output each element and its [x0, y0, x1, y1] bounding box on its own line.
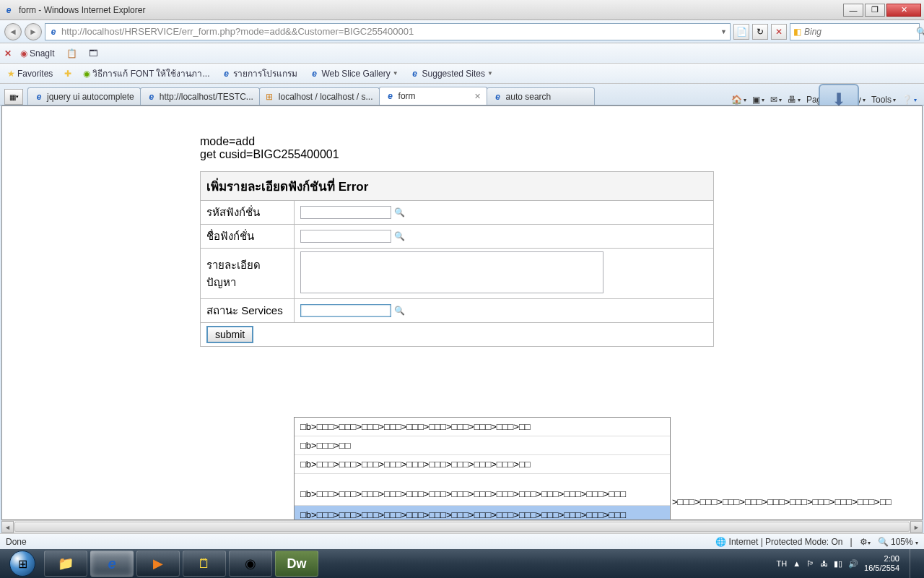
url-box[interactable]: e ▼ — [45, 23, 731, 40]
close-button[interactable]: ✕ — [886, 4, 921, 17]
search-icon[interactable]: 🔍 — [394, 306, 405, 316]
autocomplete-item[interactable]: □b>□□□>□□□>□□□>□□□>□□□>□□□>□□□>□□□>□□□>□… — [295, 418, 670, 436]
tools-menu[interactable]: Tools▾ — [871, 95, 896, 105]
favorites-bar: ★ Favorites ✚ ◉ วิธีการแก้ FONT ให้ใช้งา… — [0, 64, 924, 84]
add-fav-button[interactable]: ✚ — [61, 67, 74, 80]
row-func-code-label: รหัสฟังก์ชั่น — [201, 201, 295, 225]
task-dreamweaver[interactable]: Dw — [275, 551, 318, 577]
help-button[interactable]: ❔▾ — [902, 95, 917, 105]
task-wmp[interactable]: ▶ — [136, 551, 180, 577]
tray-wifi-icon[interactable]: ▮▯ — [834, 559, 842, 569]
url-input[interactable] — [61, 26, 718, 37]
autocomplete-item[interactable]: □b>□□□>□□□>□□□>□□□>□□□>□□□>□□□>□□□>□□□>□… — [295, 506, 670, 520]
refresh-button[interactable]: ↻ — [752, 24, 768, 40]
tab-1[interactable]: ehttp://localhost/TESTC... — [140, 87, 260, 105]
autocomplete-item[interactable]: □b>□□□>□□ — [295, 436, 670, 455]
autocomplete-overflow-text: >□□□>□□□>□□□>□□□>□□□>□□□>□□□>□□□>□□□>□□ — [672, 496, 892, 507]
quick-tabs-button[interactable]: ▦▾ — [4, 89, 23, 105]
zoom-control[interactable]: 🔍 105% ▾ — [878, 537, 918, 547]
bing-icon: ◧ — [793, 27, 801, 37]
task-chrome[interactable]: ◉ — [229, 551, 272, 577]
func-code-input[interactable] — [300, 206, 391, 219]
tab-0[interactable]: ejquery ui autocomplete — [27, 87, 141, 105]
show-desktop-button[interactable] — [910, 549, 920, 578]
lang-indicator[interactable]: TH — [777, 559, 788, 568]
back-button[interactable]: ◄ — [4, 23, 22, 40]
snagit-button[interactable]: ◉ SnagIt — [17, 47, 58, 60]
autocomplete-item[interactable]: □b>□□□>□□□>□□□>□□□>□□□>□□□>□□□>□□□>□□□>□… — [295, 474, 670, 506]
status-text: Done — [6, 537, 27, 547]
submit-button[interactable]: submit — [206, 326, 253, 343]
print-button[interactable]: 🖶▾ — [788, 95, 801, 105]
task-ie[interactable]: e — [90, 551, 134, 577]
favorites-button[interactable]: ★ Favorites — [4, 67, 56, 80]
task-sticky[interactable]: 🗒 — [183, 551, 226, 577]
tab-3[interactable]: eform✕ — [379, 87, 487, 105]
page-icon: e — [48, 27, 58, 37]
debug-line-2: get cusid=BIGC255400001 — [200, 148, 922, 161]
scroll-left-button[interactable]: ◄ — [1, 521, 14, 533]
scroll-right-button[interactable]: ► — [910, 521, 923, 533]
search-icon[interactable]: 🔍 — [916, 27, 924, 37]
error-form-table: เพิ่มรายละเอียดฟังก์ชันที่ Error รหัสฟัง… — [200, 171, 714, 347]
fav-link-3[interactable]: e Suggested Sites ▼ — [407, 67, 496, 80]
maximize-button[interactable]: ❐ — [865, 4, 885, 17]
zone-info: 🌐 Internet | Protected Mode: On — [715, 537, 842, 547]
system-tray: TH ▲ 🏳 🖧 ▮▯ 🔊 2:00 16/5/2554 — [777, 549, 922, 578]
tray-chevron-icon[interactable]: ▲ — [793, 559, 801, 568]
search-input[interactable] — [804, 27, 913, 37]
tab-4[interactable]: eauto search — [487, 87, 595, 105]
status-bar: Done 🌐 Internet | Protected Mode: On | ⚙… — [0, 533, 924, 549]
detail-textarea[interactable] — [300, 251, 603, 293]
horizontal-scrollbar[interactable]: ◄ ► — [1, 520, 923, 533]
autocomplete-dropdown: □b>□□□>□□□>□□□>□□□>□□□>□□□>□□□>□□□>□□□>□… — [294, 417, 671, 520]
row-detail-label: รายละเอียดปัญหา — [201, 249, 295, 299]
close-tab-icon[interactable]: ✕ — [474, 92, 481, 101]
mail-button[interactable]: ✉▾ — [770, 95, 782, 105]
stop-button[interactable]: ✕ — [771, 24, 787, 40]
snagit-toolbar: ✕ ◉ SnagIt 📋 🗔 ⬇ — [0, 43, 924, 64]
tab-2[interactable]: ⊞localhost / localhost / s... — [259, 87, 380, 105]
compat-view-button[interactable]: 📄 — [733, 24, 749, 40]
fav-link-0[interactable]: ◉ วิธีการแก้ FONT ให้ใช้งานภา... — [80, 65, 212, 82]
address-bar-row: ◄ ► e ▼ 📄 ↻ ✕ ◧ 🔍 — [0, 20, 924, 43]
privacy-icon[interactable]: ⚙▾ — [860, 537, 871, 547]
tab-row: ▦▾ ejquery ui autocomplete ehttp://local… — [0, 84, 924, 105]
feeds-button[interactable]: ▣▾ — [752, 95, 764, 105]
search-box[interactable]: ◧ 🔍 — [790, 23, 920, 40]
tray-network-icon[interactable]: 🖧 — [820, 559, 828, 568]
search-icon[interactable]: 🔍 — [394, 207, 405, 217]
url-dropdown-icon[interactable]: ▼ — [720, 28, 727, 35]
window-title: form - Windows Internet Explorer — [19, 5, 843, 15]
status-sep: | — [850, 537, 852, 547]
close-toolbar-button[interactable]: ✕ — [4, 48, 12, 59]
tray-volume-icon[interactable]: 🔊 — [848, 559, 858, 569]
func-name-input[interactable] — [300, 230, 391, 243]
home-button[interactable]: 🏠▾ — [731, 95, 746, 105]
start-button[interactable]: ⊞ — [3, 549, 42, 578]
task-explorer[interactable]: 📁 — [44, 551, 87, 577]
snagit-tool-1[interactable]: 📋 — [64, 47, 80, 60]
row-func-name-label: ชื่อฟังก์ชั่น — [201, 225, 295, 249]
taskbar: ⊞ 📁 e ▶ 🗒 ◉ Dw TH ▲ 🏳 🖧 ▮▯ 🔊 2:00 16/5/2… — [0, 549, 924, 578]
ie-icon: e — [3, 4, 14, 16]
scroll-thumb[interactable] — [14, 522, 910, 532]
row-status-label: สถานะ Services — [201, 299, 295, 323]
fav-link-2[interactable]: e Web Slice Gallery ▼ — [306, 67, 401, 80]
forward-button[interactable]: ► — [25, 23, 42, 40]
fav-link-1[interactable]: e รายการโปรแกรม — [218, 65, 300, 82]
clock[interactable]: 2:00 16/5/2554 — [864, 554, 899, 573]
debug-line-1: mode=add — [200, 135, 922, 148]
window-titlebar: e form - Windows Internet Explorer — ❐ ✕ — [0, 0, 924, 20]
tray-flag-icon[interactable]: 🏳 — [806, 559, 814, 568]
page-content: mode=add get cusid=BIGC255400001 เพิ่มรา… — [1, 105, 923, 520]
autocomplete-item[interactable]: □b>□□□>□□□>□□□>□□□>□□□>□□□>□□□>□□□>□□□>□… — [295, 455, 670, 474]
snagit-tool-2[interactable]: 🗔 — [86, 47, 100, 60]
minimize-button[interactable]: — — [843, 4, 863, 17]
form-title: เพิ่มรายละเอียดฟังก์ชันที่ Error — [201, 172, 714, 201]
status-input[interactable] — [300, 304, 391, 317]
search-icon[interactable]: 🔍 — [394, 231, 405, 241]
